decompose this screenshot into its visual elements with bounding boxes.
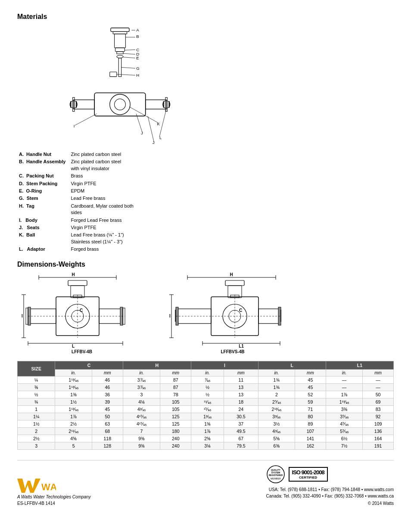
svg-line-12 [123, 53, 135, 54]
cell-i-mm: 11 [224, 376, 258, 384]
svg-rect-62 [26, 308, 28, 324]
cell-h-mm: 105 [160, 398, 191, 406]
materials-list: A. Handle Nut Zinc plated carbon steel B… [17, 151, 394, 253]
cell-size: ⅜ [18, 384, 55, 391]
iso-number: 9001-2008 [302, 469, 324, 476]
list-item: B. Handle Assembly Zinc plated carbon st… [17, 158, 135, 172]
svg-text:B: B [136, 34, 139, 39]
svg-line-30 [75, 114, 97, 125]
svg-rect-0 [111, 28, 129, 32]
cell-l-mm: 141 [295, 435, 326, 442]
cell-l-mm: 45 [295, 376, 326, 384]
sub-mm: mm [224, 370, 258, 376]
list-item: L. Adaptor Forged brass [17, 246, 135, 253]
cell-size: 1½ [18, 420, 55, 428]
table-row: 2 2¹¹⁄₁₆ 68 7 180 1⅞ 49.5 4³⁄₁₆ 107 5⁵⁄₁… [18, 428, 394, 435]
watts-logo: WATTS ® [17, 476, 91, 494]
cell-h-mm: 240 [160, 435, 191, 442]
item-value: Cardboard, Mylar coated bothsides [69, 202, 135, 217]
footer-right: QUALITY SYSTEM REGISTERED MEMBER ISO 900… [266, 465, 394, 506]
cell-i-mm: 30.5 [224, 413, 258, 420]
cell-l1-mm: 69 [363, 398, 394, 406]
diagram-lffbvs4b: H C I L1 [164, 271, 302, 354]
cell-l-in: 2 [258, 391, 295, 398]
cell-l1-mm: 191 [363, 442, 394, 450]
materials-section: Materials A B C D [17, 13, 394, 253]
table-row: 2½ 4⅝ 118 9⅜ 240 2⅝ 67 5⅝ 141 6½ 164 [18, 435, 394, 442]
item-value: EPDM [69, 187, 135, 195]
item-label: C. Packing Nut [17, 172, 69, 180]
cell-l-mm: 71 [295, 406, 326, 413]
svg-point-25 [110, 94, 130, 115]
item-value: Lead Free brass [69, 195, 135, 202]
sub-in: in. [191, 370, 224, 376]
cell-c-in: 5 [55, 442, 92, 450]
svg-text:C: C [136, 47, 139, 52]
list-item: J. Seats Virgin PTFE [17, 224, 135, 231]
sub-mm: mm [160, 370, 191, 376]
svg-text:E: E [136, 56, 139, 60]
list-item: C. Packing Nut Brass [17, 172, 135, 180]
cell-size: 1 [18, 406, 55, 413]
footer-logos: QUALITY SYSTEM REGISTERED MEMBER ISO 900… [266, 465, 394, 484]
cell-l-mm: 162 [295, 442, 326, 450]
cell-l1-in: 5⁵⁄₁₆ [326, 428, 362, 435]
cell-i-mm: 13 [224, 384, 258, 391]
footer-contact-canada: Canada: Tel. (905) 332-4090 • Fax: (905)… [266, 493, 394, 499]
cell-c-mm: 39 [92, 398, 123, 406]
materials-table: A. Handle Nut Zinc plated carbon steel B… [17, 151, 135, 253]
cell-l1-in: 3⁵⁄₁₆ [326, 413, 362, 420]
cell-i-mm: 67 [224, 435, 258, 442]
cell-c-mm: 45 [92, 406, 123, 413]
table-row: 1 1¹³⁄₁₆ 45 4³⁄₁₆ 105 ¹⁵⁄₁₆ 24 2¹³⁄₁₆ 71… [18, 406, 394, 413]
cell-l1-mm: 50 [363, 391, 394, 398]
cell-l-mm: 52 [295, 391, 326, 398]
item-value: Virgin PTFE [69, 224, 135, 231]
item-value: Zinc plated carbon steelwith vinyl insul… [69, 158, 135, 172]
cell-l-in: 5⅝ [258, 435, 295, 442]
footer-docnum: ES-LFFBV-4B 1414 [17, 501, 91, 506]
sub-in: in. [326, 370, 362, 376]
svg-line-21 [117, 74, 135, 75]
cell-h-in: 3⁷⁄₁₆ [123, 376, 160, 384]
svg-rect-19 [110, 72, 117, 77]
sub-in: in. [123, 370, 160, 376]
cell-size: ¾ [18, 398, 55, 406]
cell-l-in: 4³⁄₁₆ [258, 428, 295, 435]
item-label: D. Stem Packing [17, 180, 69, 187]
cell-h-in: 7 [123, 428, 160, 435]
cell-c-mm: 118 [92, 435, 123, 442]
diagram1-label: LFFBV-4B [17, 349, 146, 354]
svg-point-13 [117, 55, 123, 58]
cell-l-mm: 107 [295, 428, 326, 435]
table-row: ¾ 1½ 39 4⅛ 105 ¹¹⁄₁₆ 18 2⁵⁄₁₆ 59 1¹³⁄₁₆ … [18, 398, 394, 406]
iso-badge-container: ISO 9001-2008 CERTIFIED [289, 467, 328, 482]
cell-l-in: 3³⁄₁₆ [258, 413, 295, 420]
svg-line-18 [121, 67, 135, 68]
cell-c-mm: 50 [92, 413, 123, 420]
cell-i-in: ¹¹⁄₁₆ [191, 398, 224, 406]
cell-i-mm: 13 [224, 391, 258, 398]
cell-h-in: 4⅛ [123, 398, 160, 406]
diagram2-label: LFFBVS-4B [164, 349, 302, 354]
cell-c-mm: 46 [92, 376, 123, 384]
svg-text:L1: L1 [239, 344, 244, 348]
parts-diagram-svg: A B C D E G [69, 23, 190, 158]
cell-l1-mm: 164 [363, 435, 394, 442]
iso-text: ISO [292, 469, 302, 476]
cell-i-mm: 24 [224, 406, 258, 413]
cell-i-mm: 18 [224, 398, 258, 406]
sub-in: in. [258, 370, 295, 376]
cell-l-in: 3½ [258, 420, 295, 428]
cell-c-mm: 128 [92, 442, 123, 450]
cell-c-in: 1⅞ [55, 413, 92, 420]
cell-h-in: 3 [123, 391, 160, 398]
item-label: G. Stem [17, 195, 69, 202]
list-item: G. Stem Lead Free brass [17, 195, 135, 202]
cell-c-in: 1½ [55, 398, 92, 406]
svg-text:C: C [239, 308, 242, 313]
lffbvs4b-svg: H C I L1 [164, 271, 302, 348]
svg-text:WATTS: WATTS [41, 482, 56, 492]
cell-i-in: ½ [191, 384, 224, 391]
cell-l-mm: 45 [295, 384, 326, 391]
